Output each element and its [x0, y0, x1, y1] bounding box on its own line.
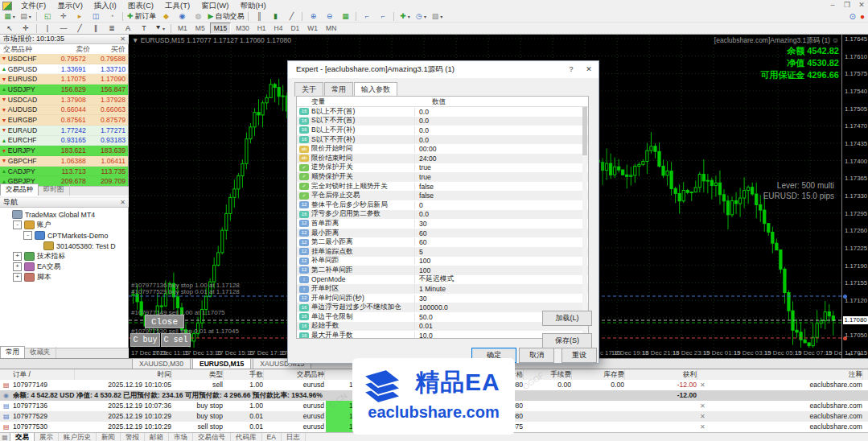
tab-收藏夹[interactable]: 收藏夹: [25, 347, 56, 358]
parameter-row[interactable]: 12第二最小距离60: [297, 237, 588, 247]
scrollbar[interactable]: [582, 107, 587, 337]
arrange-windows-button[interactable]: ⌐: [359, 11, 375, 22]
collapse-icon[interactable]: -: [13, 220, 22, 229]
market-watch-row[interactable]: ▼GBPCHF1.063881.06411: [0, 156, 128, 167]
parameter-row[interactable]: ↕开单时区1 Minute: [297, 284, 588, 294]
parameter-value[interactable]: 00:00: [414, 145, 588, 153]
load-button[interactable]: 加载(L): [542, 311, 592, 326]
market-watch-row[interactable]: ▼USDCHF0.795720.79588: [0, 54, 128, 64]
parameter-row[interactable]: ✓平仓后停止交易false: [297, 191, 588, 200]
menu-item[interactable]: 文件(F): [15, 1, 51, 11]
menu-item[interactable]: 工具(T): [159, 1, 195, 11]
timeframe-h4[interactable]: H4: [271, 23, 286, 33]
terminal-column-header[interactable]: 获利: [626, 369, 697, 380]
parameter-row[interactable]: ✓逆势保护开关true: [297, 163, 588, 173]
add-indicator-button[interactable]: ✚▾: [397, 11, 413, 22]
label-tool-button[interactable]: T: [136, 23, 152, 34]
navigator-item[interactable]: +技术指标: [0, 251, 128, 262]
parameter-value[interactable]: false: [414, 183, 588, 191]
parameter-value[interactable]: 0.0: [414, 136, 588, 144]
terminal-tab-交易信号[interactable]: 交易信号: [193, 433, 231, 441]
parameter-value[interactable]: 不延迟模式: [414, 274, 588, 284]
tab-常用[interactable]: 常用: [0, 346, 25, 358]
parameter-value[interactable]: true: [414, 173, 588, 181]
navigator-panel-button[interactable]: ◫: [88, 11, 104, 22]
restore-icon[interactable]: ❐: [842, 1, 852, 9]
close-order-icon[interactable]: ✕: [700, 422, 706, 432]
timeframe-mn[interactable]: MN: [323, 23, 339, 33]
parameter-row[interactable]: ab限价开始时间00:00: [297, 144, 588, 154]
parameter-value[interactable]: 0.0: [414, 117, 588, 125]
indicator-list-button[interactable]: ◆: [158, 11, 175, 22]
terminal-column-header[interactable]: 手数: [224, 369, 264, 380]
parameter-row[interactable]: 12首单距离30: [297, 219, 588, 229]
parameter-row[interactable]: 16B以上不开(补)0.0: [297, 126, 588, 135]
parameter-row[interactable]: 16S以下不开(首)0.0: [297, 117, 588, 126]
terminal-column-header[interactable]: 类型: [173, 369, 224, 380]
cascade-windows-button[interactable]: ⌐: [375, 11, 391, 22]
notification-icon[interactable]: ●: [860, 12, 865, 21]
menu-item[interactable]: 插入(I): [88, 1, 122, 11]
terminal-tab-市场[interactable]: 市场: [169, 433, 193, 441]
market-watch-row[interactable]: ▼AUDUSD0.660440.66063: [0, 105, 128, 116]
expand-icon[interactable]: +: [13, 262, 22, 271]
terminal-column-header[interactable]: 库存费: [573, 369, 625, 380]
dialog-tab[interactable]: 关于: [294, 82, 323, 97]
terminal-tab-邮箱[interactable]: 邮箱: [145, 433, 169, 441]
menu-item[interactable]: 窗口(W): [195, 1, 234, 11]
timeframe-d1[interactable]: D1: [287, 23, 302, 33]
parameter-value[interactable]: 30: [414, 295, 588, 303]
terminal-tab-新闻[interactable]: 新闻: [97, 433, 121, 441]
gold-cursor-button[interactable]: ▸: [72, 11, 88, 22]
candle-chart-mode-button[interactable]: ▮: [267, 11, 283, 22]
navigator-item[interactable]: -CPTMarkets-Demo: [0, 230, 128, 241]
vline-tool-button[interactable]: |: [39, 23, 56, 34]
collapse-icon[interactable]: -: [23, 231, 32, 240]
parameter-row[interactable]: 12开单时间间距(秒)30: [297, 294, 588, 303]
fibonacci-tool-button[interactable]: ≣: [104, 23, 120, 34]
market-watch-row[interactable]: ▲GBPUSD1.336911.33710: [0, 64, 128, 75]
terminal-column-header[interactable]: 注释: [708, 369, 863, 380]
timeframe-m1[interactable]: M1: [175, 23, 191, 33]
parameter-value[interactable]: 100: [414, 257, 588, 265]
crosshair-tool-button[interactable]: ✛: [18, 23, 34, 34]
parameter-row[interactable]: 12第二补单间距100: [297, 266, 588, 275]
chart-scroll-arrows[interactable]: ◂ ▸: [847, 350, 865, 357]
market-watch-row[interactable]: ▲CADJPY113.713113.735: [0, 167, 128, 177]
parameter-value[interactable]: true: [414, 163, 588, 171]
navigator-item[interactable]: -账户: [0, 220, 128, 230]
terminal-column-header[interactable]: 订单 /: [13, 369, 75, 380]
tab-交易品种[interactable]: 交易品种: [0, 183, 39, 196]
parameter-row[interactable]: 16S以下不开(补)0.0: [297, 135, 588, 145]
tile-windows-button[interactable]: ▦: [337, 11, 353, 22]
accounts-button[interactable]: ◉: [175, 11, 191, 22]
periods-menu-button[interactable]: ◷▾: [413, 11, 429, 22]
parameter-value[interactable]: false: [414, 192, 588, 200]
market-watch-row[interactable]: ▼EURGBP0.875610.87579: [0, 115, 128, 126]
close-icon[interactable]: ✕: [120, 199, 125, 206]
expand-icon[interactable]: +: [13, 273, 22, 282]
terminal-tab-交易[interactable]: 交易: [10, 433, 35, 441]
close-order-icon[interactable]: ✕: [700, 411, 706, 422]
timeframe-m15[interactable]: M15: [210, 23, 232, 34]
chart-tab[interactable]: EURUSD,M15: [192, 358, 251, 369]
terminal-column-header[interactable]: 交易品种: [265, 369, 325, 380]
parameter-row[interactable]: 12补单间距100: [297, 257, 588, 266]
terminal-tab-EA[interactable]: EA: [262, 433, 282, 441]
zoom-in-button[interactable]: ⊕: [305, 11, 321, 22]
close-icon[interactable]: ✕: [120, 35, 125, 43]
terminal-tab-日志[interactable]: 日志: [282, 433, 306, 441]
market-watch-row[interactable]: ▲USDJPY156.829156.847: [0, 84, 128, 95]
text-tool-button[interactable]: A: [120, 23, 136, 34]
parameter-value[interactable]: 24:00: [414, 155, 588, 163]
line-chart-mode-button[interactable]: ╱: [283, 11, 299, 22]
terminal-tab-展示[interactable]: 展示: [35, 433, 59, 441]
parameter-row[interactable]: 12最小距离60: [297, 229, 588, 238]
menu-item[interactable]: 帮助(H): [234, 1, 271, 11]
quick-buy-button[interactable]: C buy: [130, 333, 160, 347]
close-order-icon[interactable]: ✕: [700, 380, 706, 390]
community-button[interactable]: ◍: [191, 11, 207, 22]
quick-sell-button[interactable]: C sel: [161, 333, 191, 347]
parameter-row[interactable]: 12整体平仓后多少秒后新局0: [297, 200, 588, 210]
parameter-row[interactable]: ab限价结束时间24:00: [297, 154, 588, 163]
